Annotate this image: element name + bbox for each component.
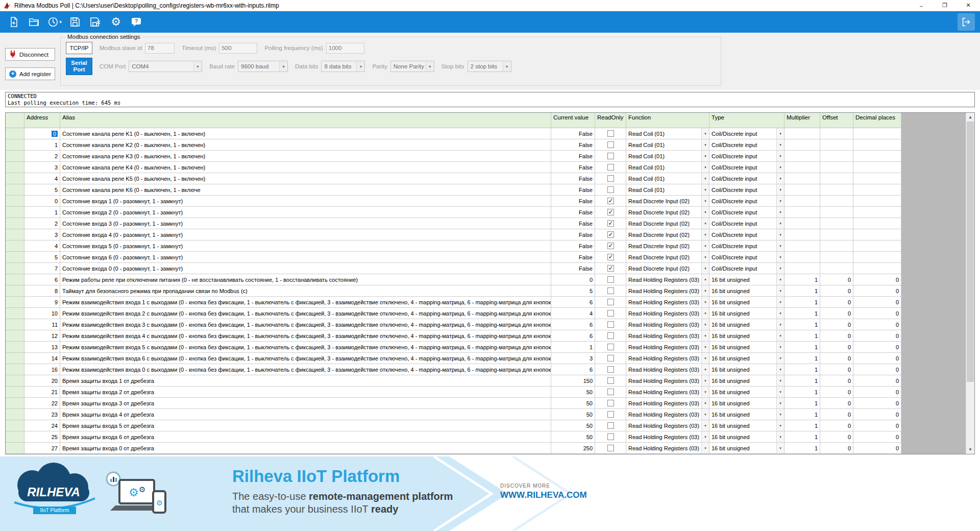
chevron-down-icon[interactable] <box>701 229 709 240</box>
chevron-down-icon[interactable] <box>701 375 709 386</box>
alias-cell[interactable]: Режим работы реле при отключении питания… <box>60 274 551 285</box>
function-dropdown[interactable]: Read Holding Registers (03) <box>626 330 709 342</box>
readonly-cell[interactable] <box>595 398 626 409</box>
readonly-cell[interactable] <box>595 420 626 431</box>
readonly-cell[interactable] <box>595 196 626 207</box>
decimal-places-cell[interactable]: 0 <box>853 297 901 308</box>
function-dropdown[interactable]: Read Holding Registers (03) <box>626 342 709 353</box>
row-indicator[interactable] <box>6 297 24 308</box>
alias-cell[interactable]: Время защиты входа 5 от дребезга <box>60 420 551 431</box>
decimal-places-cell[interactable] <box>853 162 901 173</box>
readonly-checkbox[interactable] <box>607 265 614 272</box>
decimal-places-cell[interactable] <box>853 263 901 274</box>
help-button[interactable]: ? <box>128 13 145 31</box>
offset-cell[interactable] <box>820 173 853 184</box>
function-dropdown[interactable]: Read Discrete Input (02) <box>626 263 709 274</box>
function-dropdown[interactable]: Read Coil (01) <box>626 139 709 151</box>
function-dropdown[interactable]: Read Coil (01) <box>626 128 709 139</box>
chevron-down-icon[interactable] <box>701 297 709 307</box>
readonly-checkbox[interactable] <box>607 310 614 317</box>
type-dropdown[interactable]: 16 bit unsigned <box>709 274 785 285</box>
type-dropdown[interactable]: 16 bit unsigned <box>709 342 785 353</box>
decimal-places-cell[interactable] <box>853 207 901 218</box>
type-dropdown[interactable]: 16 bit unsigned <box>709 387 785 398</box>
readonly-checkbox[interactable] <box>607 209 614 215</box>
decimal-places-cell[interactable]: 0 <box>853 409 901 420</box>
type-dropdown[interactable]: 16 bit unsigned <box>709 319 785 330</box>
row-indicator[interactable] <box>6 319 24 330</box>
function-dropdown[interactable]: Read Discrete Input (02) <box>626 252 709 263</box>
chevron-down-icon[interactable] <box>701 128 709 139</box>
multiplier-cell[interactable]: 1 <box>785 342 820 353</box>
address-cell[interactable]: 3 <box>24 229 60 240</box>
address-cell[interactable]: 1 <box>24 207 60 218</box>
chevron-down-icon[interactable] <box>776 151 784 161</box>
function-dropdown[interactable]: Read Holding Registers (03) <box>626 364 709 375</box>
chevron-down-icon[interactable] <box>776 173 784 184</box>
address-cell[interactable]: 3 <box>24 162 60 173</box>
multiplier-cell[interactable]: 1 <box>785 297 820 308</box>
type-dropdown[interactable]: Coil/Discrete input <box>709 151 785 162</box>
multiplier-cell[interactable]: 1 <box>785 353 820 364</box>
row-indicator[interactable] <box>6 263 24 274</box>
readonly-cell[interactable] <box>595 151 626 162</box>
chevron-down-icon[interactable] <box>701 443 709 453</box>
chevron-down-icon[interactable] <box>776 285 784 296</box>
alias-cell[interactable]: Состояние канала реле K6 (0 - выключен, … <box>60 184 551 196</box>
function-dropdown[interactable]: Read Discrete Input (02) <box>626 240 709 252</box>
readonly-cell[interactable] <box>595 184 626 196</box>
decimal-places-cell[interactable]: 0 <box>853 308 901 319</box>
column-header-type[interactable]: Type <box>709 113 785 128</box>
decimal-places-cell[interactable]: 0 <box>853 431 901 443</box>
scroll-up-icon[interactable] <box>966 113 974 122</box>
multiplier-cell[interactable] <box>785 139 820 151</box>
readonly-checkbox[interactable] <box>607 153 614 159</box>
function-dropdown[interactable]: Read Holding Registers (03) <box>626 420 709 431</box>
offset-cell[interactable] <box>820 139 853 151</box>
type-dropdown[interactable]: 16 bit unsigned <box>709 409 785 420</box>
readonly-checkbox[interactable] <box>607 164 614 171</box>
offset-cell[interactable]: 0 <box>820 409 853 420</box>
chevron-down-icon[interactable] <box>701 409 709 420</box>
decimal-places-cell[interactable] <box>853 196 901 207</box>
chevron-down-icon[interactable] <box>776 387 784 397</box>
multiplier-cell[interactable]: 1 <box>785 398 820 409</box>
decimal-places-cell[interactable]: 0 <box>853 443 901 454</box>
multiplier-cell[interactable]: 1 <box>785 443 820 454</box>
function-dropdown[interactable]: Read Holding Registers (03) <box>626 375 709 387</box>
type-dropdown[interactable]: 16 bit unsigned <box>709 364 785 375</box>
offset-cell[interactable] <box>820 196 853 207</box>
chevron-down-icon[interactable] <box>701 184 709 195</box>
address-cell[interactable]: 4 <box>24 240 60 252</box>
history-dropdown-arrow[interactable] <box>59 19 62 25</box>
chevron-down-icon[interactable] <box>776 375 784 386</box>
function-dropdown[interactable]: Read Discrete Input (02) <box>626 196 709 207</box>
chevron-down-icon[interactable] <box>701 252 709 262</box>
readonly-checkbox[interactable] <box>607 254 614 260</box>
type-dropdown[interactable]: Coil/Discrete input <box>709 162 785 173</box>
chevron-down-icon[interactable] <box>701 139 709 150</box>
column-header-readonly[interactable]: ReadOnly <box>595 113 626 128</box>
chevron-down-icon[interactable] <box>776 128 784 139</box>
chevron-down-icon[interactable] <box>776 240 784 251</box>
chevron-down-icon[interactable] <box>701 420 709 431</box>
alias-cell[interactable]: Режим взаимодействия входа 1 с выходами … <box>60 297 551 308</box>
offset-cell[interactable]: 0 <box>820 297 853 308</box>
row-indicator[interactable] <box>6 375 24 387</box>
multiplier-cell[interactable]: 1 <box>785 319 820 330</box>
save-button[interactable] <box>66 13 84 31</box>
readonly-cell[interactable] <box>595 409 626 420</box>
alias-cell[interactable]: Время защиты входа 1 от дребезга <box>60 375 551 387</box>
chevron-down-icon[interactable] <box>776 139 784 150</box>
type-dropdown[interactable]: Coil/Discrete input <box>709 229 785 240</box>
decimal-places-cell[interactable]: 0 <box>853 342 901 353</box>
maximize-button[interactable]: ❐ <box>933 0 957 11</box>
decimal-places-cell[interactable]: 0 <box>853 364 901 375</box>
chevron-down-icon[interactable] <box>701 151 709 161</box>
offset-cell[interactable] <box>820 151 853 162</box>
alias-cell[interactable]: Таймаут для безопасного режима при пропа… <box>60 285 551 297</box>
readonly-cell[interactable] <box>595 240 626 252</box>
multiplier-cell[interactable] <box>785 218 820 229</box>
readonly-checkbox[interactable] <box>607 389 614 395</box>
readonly-cell[interactable] <box>595 218 626 229</box>
